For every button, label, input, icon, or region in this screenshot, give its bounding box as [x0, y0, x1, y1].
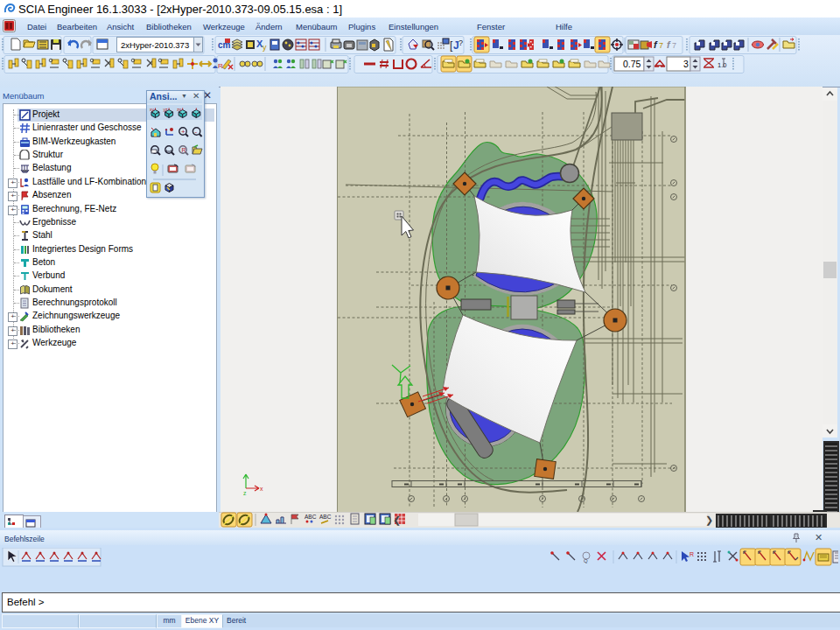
svg-text:R: R — [182, 147, 186, 153]
svg-text:7: 7 — [659, 41, 663, 50]
svg-text:❮: ❮ — [393, 514, 401, 526]
svg-text:R: R — [690, 551, 694, 557]
svg-text:❯: ❯ — [705, 514, 713, 526]
svg-text:2xHyper-2010.373: 2xHyper-2010.373 — [121, 40, 189, 50]
svg-text:ABC: ABC — [319, 514, 332, 520]
svg-text:+: + — [181, 128, 186, 136]
svg-text:ABC: ABC — [304, 514, 317, 520]
svg-text:yz: yz — [164, 107, 169, 112]
svg-text:1.0: 1.0 — [718, 61, 726, 69]
svg-text:xy: xy — [150, 107, 155, 112]
svg-text:y: y — [262, 43, 267, 52]
svg-text:?: ? — [458, 38, 463, 47]
svg-text:x: x — [260, 486, 263, 492]
svg-text:R: R — [218, 62, 223, 70]
svg-text:7: 7 — [672, 41, 676, 50]
svg-text:3: 3 — [683, 59, 689, 69]
svg-text:Q: Q — [584, 558, 588, 564]
svg-text:-: - — [195, 128, 198, 136]
svg-text:0.75: 0.75 — [623, 59, 641, 69]
svg-text:z: z — [243, 490, 247, 496]
svg-text:zx: zx — [177, 107, 182, 112]
